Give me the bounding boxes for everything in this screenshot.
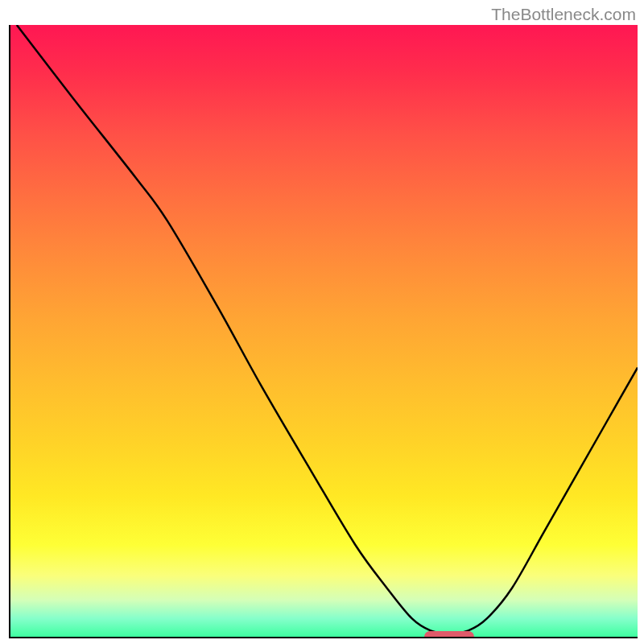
bottleneck-chart: TheBottleneck.com	[0, 0, 644, 644]
optimal-range-marker	[424, 631, 474, 638]
watermark-text: TheBottleneck.com	[491, 5, 636, 24]
performance-curve	[10, 25, 638, 637]
plot-area	[9, 25, 638, 638]
